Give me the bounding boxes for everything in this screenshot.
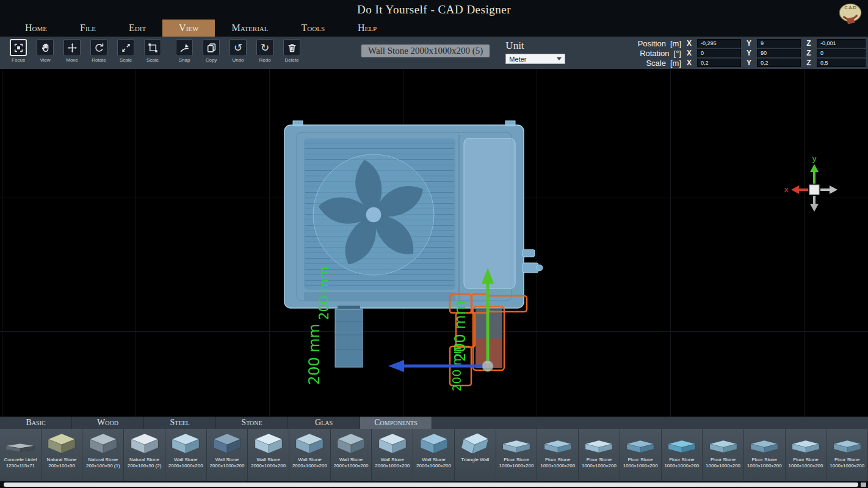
material-thumbnail-icon xyxy=(2,430,38,457)
palette-item[interactable]: Natural Stone 200x100x50 (1) xyxy=(82,429,124,481)
menu-tools[interactable]: Tools xyxy=(285,20,342,37)
chevron-down-icon xyxy=(557,57,562,60)
scale-box-button[interactable]: Scale xyxy=(139,39,166,63)
scrollbar-thumb[interactable] xyxy=(4,483,858,487)
palette-item[interactable]: Wall Stone 2000x1000x200 xyxy=(413,429,455,481)
transform-y-input[interactable] xyxy=(757,39,801,48)
palette-item[interactable]: Wall Stone 2000x1000x200 xyxy=(289,429,331,481)
material-thumbnail-icon xyxy=(706,430,741,457)
unit-block: Unit Meter xyxy=(505,40,565,64)
palette-item[interactable]: Floor Stone 1000x1000x200 xyxy=(786,429,827,481)
palette-item[interactable]: Floor Stone 1000x1000x200 xyxy=(662,429,703,481)
transform-row-label: Position xyxy=(638,39,666,48)
material-thumbnail-icon xyxy=(499,430,534,457)
tab-wood[interactable]: Wood xyxy=(72,417,144,429)
palette-item-dims: 2000x1000x200 xyxy=(416,463,451,469)
palette-item[interactable]: Wall Stone 2000x1000x200 xyxy=(372,429,413,481)
tab-steel[interactable]: Steel xyxy=(144,417,216,429)
palette-item-name: Natural Stone xyxy=(88,457,118,463)
palette-item[interactable]: Wall Stone 2000x1000x200 xyxy=(248,429,289,481)
palette-item-dims: 2000x1000x200 xyxy=(292,463,327,469)
material-thumbnail-icon xyxy=(375,430,410,457)
gizmo-cube[interactable] xyxy=(809,185,819,195)
orientation-gizmo[interactable]: y x xyxy=(784,154,837,212)
palette-item[interactable]: Floor Stone 1000x1000x200 xyxy=(744,429,786,481)
palette-item[interactable]: Natural Stone 200x100x50 (2) xyxy=(124,429,165,481)
palette-item-name: Floor Stone xyxy=(669,457,694,463)
palette-item[interactable]: Wall Stone 2000x1000x200 xyxy=(165,429,207,481)
selection-label: Wall Stone 2000x1000x200 (5) xyxy=(361,45,490,57)
scale-button[interactable]: Scale xyxy=(112,39,139,63)
app-title: Do It Yourself - CAD Designer xyxy=(357,3,511,16)
menu-home[interactable]: Home xyxy=(9,20,63,37)
transform-x-input[interactable] xyxy=(697,49,741,57)
category-tabbar: Basic Wood Steel Stone Glas Components xyxy=(0,417,868,429)
delete-button[interactable]: Delete xyxy=(278,39,305,63)
menu-file[interactable]: File xyxy=(63,20,112,37)
move-button[interactable]: Move xyxy=(59,39,85,63)
palette-item[interactable]: Floor Stone 1000x1000x200 xyxy=(496,429,538,481)
axis-x-label: X xyxy=(685,39,693,48)
tab-components[interactable]: Components xyxy=(360,417,432,429)
tab-glas[interactable]: Glas xyxy=(288,417,360,429)
undo-button[interactable]: ↺ Undo xyxy=(225,39,251,63)
axis-x-label: X xyxy=(685,59,693,67)
transform-row: Scale [m] X Y Z xyxy=(617,59,866,67)
transform-row-label: Scale xyxy=(646,59,666,68)
material-thumbnail-icon xyxy=(127,430,162,457)
view-pan-button[interactable]: View xyxy=(32,39,59,63)
palette-item[interactable]: Floor Stone 1000x1000x200 xyxy=(620,429,662,481)
transform-y-input[interactable] xyxy=(757,49,801,57)
material-thumbnail-icon xyxy=(209,430,245,457)
palette-item-dims: 1000x1000x200 xyxy=(582,463,617,469)
support-pillar-left[interactable] xyxy=(335,306,363,367)
palette-item[interactable]: Floor Stone 1000x1000x200 xyxy=(703,429,744,481)
axis-y-label: Y xyxy=(745,39,753,48)
transform-z-input[interactable] xyxy=(817,59,866,67)
unit-select[interactable]: Meter xyxy=(505,54,565,64)
transform-panel: Position [m] X Y Z Rotation [°] X Y xyxy=(617,39,866,67)
menu-edit[interactable]: Edit xyxy=(112,20,162,37)
tab-basic[interactable]: Basic xyxy=(0,417,72,429)
palette-item-name: Natural Stone xyxy=(47,457,77,463)
palette-item[interactable]: Wall Stone 2000x1000x200 xyxy=(207,429,248,481)
transform-x-input[interactable] xyxy=(697,39,741,48)
material-thumbnail-icon xyxy=(540,430,576,457)
transform-y-input[interactable] xyxy=(757,59,801,67)
palette-item-dims: 1000x1000x200 xyxy=(540,463,575,469)
material-palette: Concrete Lintel 1250x115x71 Natural Ston… xyxy=(0,429,868,481)
transform-x-input[interactable] xyxy=(697,59,741,67)
palette-item-name: Triangle Wall xyxy=(461,457,489,463)
transform-z-input[interactable] xyxy=(817,39,866,48)
palette-item[interactable]: Natural Stone 200x100x50 xyxy=(42,429,83,481)
palette-item-name: Wall Stone xyxy=(339,457,363,463)
palette-item[interactable]: Floor Stone 1000x1000x200 xyxy=(537,429,579,481)
copy-button[interactable]: Copy xyxy=(198,39,225,63)
snap-button[interactable]: Snap xyxy=(171,39,198,63)
palette-item[interactable]: Wall Stone 2000x1000x200 xyxy=(331,429,372,481)
palette-item-dims: 1000x1000x200 xyxy=(664,463,699,469)
focus-button[interactable]: Focus xyxy=(5,39,32,63)
palette-item-name: Floor Stone xyxy=(834,457,859,463)
gizmo-origin[interactable] xyxy=(482,361,493,371)
palette-item[interactable]: Floor Stone 1000x1000x200 xyxy=(579,429,620,481)
material-thumbnail-icon xyxy=(830,430,865,457)
tab-stone[interactable]: Stone xyxy=(216,417,288,429)
viewport[interactable]: 200 mm 200 mm 200 mm 200 mm y x xyxy=(0,69,868,417)
menu-view[interactable]: View xyxy=(162,20,215,37)
palette-item[interactable]: Triangle Wall xyxy=(455,429,496,481)
transform-z-input[interactable] xyxy=(817,49,866,57)
redo-button[interactable]: ↻ Redo xyxy=(251,39,278,63)
scene-canvas[interactable]: 200 mm 200 mm 200 mm 200 mm y x xyxy=(0,69,868,417)
palette-item-dims: 1250x115x71 xyxy=(6,463,35,469)
transform-row-unit: [m] xyxy=(670,39,681,48)
material-thumbnail-icon xyxy=(664,430,700,457)
menu-material[interactable]: Material xyxy=(215,20,284,37)
menu-help[interactable]: Help xyxy=(341,20,393,37)
palette-item-name: Floor Stone xyxy=(627,457,653,463)
palette-item-dims: 2000x1000x200 xyxy=(251,463,286,469)
rotate-button[interactable]: Rotate xyxy=(85,39,112,63)
palette-item[interactable]: Floor Stone 1000x1000x200 xyxy=(826,429,868,481)
palette-item[interactable]: Concrete Lintel 1250x115x71 xyxy=(0,429,42,481)
horizontal-scrollbar[interactable] xyxy=(0,481,868,488)
